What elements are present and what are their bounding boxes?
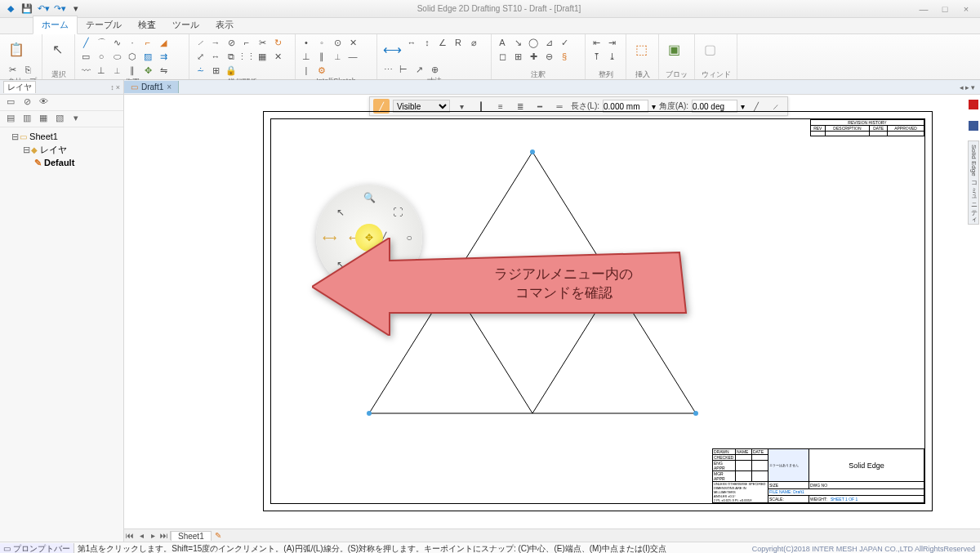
radial-arrow-icon[interactable]: ↖ bbox=[332, 204, 349, 221]
rotate-icon[interactable]: ↻ bbox=[270, 36, 285, 49]
curve-icon[interactable]: ∿ bbox=[109, 36, 124, 49]
drawing-canvas[interactable]: ╱ Visible ▾ ┃ ≡ ≣ ━ ═ 長さ(L): ▾ 角度(A): ▾ … bbox=[124, 95, 980, 528]
layer-new-icon[interactable]: ▭ bbox=[3, 96, 18, 109]
sheet-tab-1[interactable]: Sheet1 bbox=[171, 531, 212, 541]
mirror-icon[interactable]: ⇋ bbox=[156, 64, 171, 77]
trim-icon[interactable]: ⟋ bbox=[193, 36, 207, 49]
nav-next-icon[interactable]: ▸ bbox=[965, 83, 969, 91]
nav-prev-icon[interactable]: ◂ bbox=[960, 83, 964, 91]
tab-table[interactable]: テーブル bbox=[78, 16, 130, 33]
layer-dd-icon[interactable]: ▾ bbox=[69, 113, 83, 126]
extend-icon[interactable]: → bbox=[208, 36, 223, 49]
community-tab[interactable]: Solid Edgeコミュニティ bbox=[968, 140, 979, 225]
facebook-icon[interactable] bbox=[969, 121, 978, 131]
leader-icon[interactable]: ↘ bbox=[510, 36, 525, 49]
radial-zoom-icon[interactable]: 🔍 bbox=[361, 190, 377, 206]
gdt-icon[interactable]: ⊞ bbox=[510, 50, 525, 63]
weld-icon[interactable]: ⊿ bbox=[541, 36, 556, 49]
sheet-add-icon[interactable]: ✎ bbox=[212, 531, 225, 540]
maximize-button[interactable]: □ bbox=[936, 4, 954, 14]
layer-t3-icon[interactable]: ▦ bbox=[36, 113, 51, 126]
dim-ver-icon[interactable]: ↕ bbox=[420, 36, 434, 49]
nav-menu-icon[interactable]: ▾ bbox=[971, 83, 975, 91]
dim-base-icon[interactable]: ⊢ bbox=[396, 63, 411, 76]
tangent-icon[interactable]: ⊥ bbox=[94, 64, 109, 77]
pin-icon[interactable]: ↕ bbox=[110, 83, 114, 91]
close-button[interactable]: × bbox=[957, 4, 975, 14]
sheet-first-icon[interactable]: ⏮ bbox=[124, 531, 136, 540]
fillet-icon[interactable]: ⌐ bbox=[140, 36, 155, 49]
minimize-button[interactable]: — bbox=[915, 4, 933, 14]
array-icon[interactable]: ⋮⋮ bbox=[239, 50, 254, 63]
poly-icon[interactable]: ⬡ bbox=[125, 50, 140, 63]
dim-ang-icon[interactable]: ∠ bbox=[435, 36, 450, 49]
sheet-prev-icon[interactable]: ◂ bbox=[136, 531, 147, 540]
cut-icon[interactable]: ✂ bbox=[5, 63, 20, 76]
insert-button[interactable]: ⬚ bbox=[630, 36, 653, 62]
layer-t4-icon[interactable]: ▧ bbox=[52, 113, 67, 126]
chamfer-icon[interactable]: ◢ bbox=[156, 36, 171, 49]
dim-axis-icon[interactable]: ⊕ bbox=[427, 63, 442, 76]
dim-chain-icon[interactable]: ⋯ bbox=[381, 63, 395, 76]
is-int-icon[interactable]: ✕ bbox=[345, 36, 360, 49]
copy-icon[interactable]: ⧉ bbox=[224, 50, 238, 63]
is-mid-icon[interactable]: ◦ bbox=[314, 36, 329, 49]
sheet-next-icon[interactable]: ▸ bbox=[147, 531, 158, 540]
tab-tool[interactable]: ツール bbox=[164, 16, 207, 33]
relation-icon[interactable]: ⩪ bbox=[193, 64, 207, 77]
layer-t1-icon[interactable]: ▤ bbox=[3, 113, 18, 126]
tab-view[interactable]: 表示 bbox=[207, 16, 242, 33]
tab-home[interactable]: ホーム bbox=[33, 16, 78, 34]
scale-icon[interactable]: ⤢ bbox=[193, 50, 207, 63]
paste-button[interactable]: 📋 bbox=[5, 36, 28, 62]
parallel-icon[interactable]: ∥ bbox=[125, 64, 140, 77]
is-ver-icon[interactable]: | bbox=[299, 64, 314, 77]
block-button[interactable]: ▣ bbox=[662, 36, 685, 62]
smart-dim-button[interactable]: ⟷ bbox=[381, 36, 403, 62]
pattern-icon[interactable]: ▦ bbox=[255, 50, 270, 63]
youtube-icon[interactable] bbox=[969, 100, 978, 109]
dim-rad-icon[interactable]: R bbox=[451, 36, 466, 49]
is-perp-icon[interactable]: ⟂ bbox=[330, 50, 345, 63]
ellipse-icon[interactable]: ⬭ bbox=[109, 50, 124, 63]
circle-icon[interactable]: ○ bbox=[94, 50, 109, 63]
align-r-icon[interactable]: ⇥ bbox=[604, 36, 619, 49]
is-opts-icon[interactable]: ⚙ bbox=[314, 64, 329, 77]
rect-icon[interactable]: ▭ bbox=[78, 50, 93, 63]
spline-icon[interactable]: 〰 bbox=[78, 64, 93, 77]
doc-tab-close-icon[interactable]: × bbox=[167, 83, 172, 91]
dim-ord-icon[interactable]: ↗ bbox=[412, 63, 426, 76]
panel-close-icon[interactable]: × bbox=[116, 83, 120, 91]
select-button[interactable]: ↖ bbox=[46, 36, 69, 62]
tree-layer-default[interactable]: ✎ Default bbox=[3, 157, 120, 169]
balloon-icon[interactable]: ◯ bbox=[526, 36, 541, 49]
center-icon[interactable]: ✚ bbox=[526, 50, 541, 63]
doc-tab-draft1[interactable]: ▭Draft1× bbox=[124, 81, 179, 93]
datum-icon[interactable]: ◻ bbox=[495, 50, 510, 63]
constrain-icon[interactable]: ⊞ bbox=[208, 64, 223, 77]
radial-fit-icon[interactable]: ⛶ bbox=[390, 204, 406, 221]
arc-icon[interactable]: ⌒ bbox=[94, 36, 109, 49]
hatch-icon[interactable]: ▨ bbox=[140, 50, 155, 63]
surf-icon[interactable]: ✓ bbox=[557, 36, 572, 49]
layer-vis-icon[interactable]: 👁 bbox=[36, 96, 51, 109]
window-button[interactable]: ▢ bbox=[698, 36, 721, 62]
perp-icon[interactable]: ⟂ bbox=[109, 64, 124, 77]
layer-del-icon[interactable]: ⊘ bbox=[20, 96, 34, 109]
move-icon[interactable]: ✥ bbox=[140, 64, 155, 77]
is-hor-icon[interactable]: — bbox=[345, 50, 360, 63]
line-icon[interactable]: ╱ bbox=[78, 36, 93, 49]
save-icon[interactable]: 💾 bbox=[20, 2, 34, 16]
is-end-icon[interactable]: • bbox=[299, 36, 314, 49]
is-tan-icon[interactable]: ⊥ bbox=[299, 50, 314, 63]
tree-sheet[interactable]: ⊟▭ Sheet1 bbox=[3, 131, 120, 143]
stretch-icon[interactable]: ↔ bbox=[208, 50, 223, 63]
len-dd-icon[interactable]: ▾ bbox=[652, 102, 656, 111]
lock-icon[interactable]: 🔒 bbox=[224, 64, 238, 77]
copy-icon[interactable]: ⎘ bbox=[20, 63, 35, 76]
ang-dd-icon[interactable]: ▾ bbox=[741, 102, 745, 111]
redo-icon[interactable]: ↷▾ bbox=[52, 2, 67, 16]
align-l-icon[interactable]: ⇤ bbox=[589, 36, 604, 49]
sheet-last-icon[interactable]: ⏭ bbox=[158, 531, 170, 540]
dim-hor-icon[interactable]: ↔ bbox=[404, 36, 419, 49]
